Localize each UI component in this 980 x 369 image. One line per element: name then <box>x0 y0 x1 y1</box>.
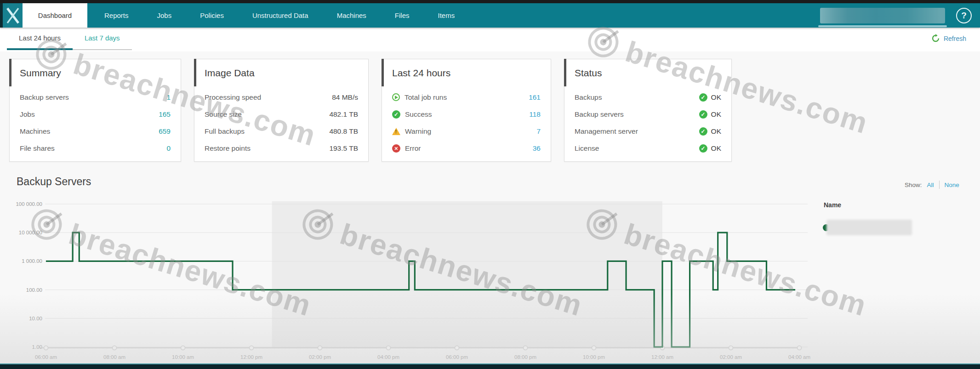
show-divider <box>939 181 940 189</box>
sub-toolbar: Last 24 hours Last 7 days Refresh <box>0 28 980 51</box>
nav-right: ? <box>820 3 972 28</box>
error-icon <box>392 144 400 153</box>
svg-text:1 000.00: 1 000.00 <box>22 258 42 264</box>
refresh-icon <box>931 34 940 43</box>
image-data-row-full-backups: Full backups 480.8 TB <box>205 123 358 140</box>
time-range-tabs: Last 24 hours Last 7 days <box>7 28 132 51</box>
image-data-row-restore-points: Restore points 193.5 TB <box>205 140 358 157</box>
backup-servers-count: 1 <box>166 93 171 102</box>
backup-servers-section-title: Backup Servers <box>17 176 91 188</box>
last24-row-error: Error 36 <box>392 140 541 157</box>
nav-tab-jobs[interactable]: Jobs <box>143 3 186 28</box>
refresh-button[interactable]: Refresh <box>931 34 966 43</box>
warning-icon <box>392 128 400 135</box>
status-value: OK <box>711 93 721 102</box>
status-value: OK <box>711 127 721 136</box>
help-button[interactable]: ? <box>956 8 972 23</box>
status-row-backup-servers: Backup servers OK <box>575 106 721 123</box>
summary-row-machines: Machines 659 <box>20 123 171 140</box>
success-icon <box>392 110 400 119</box>
legend-show-control: Show: All None <box>905 181 959 189</box>
svg-text:10.00: 10.00 <box>29 316 42 321</box>
dashboard-page: Dashboard Reports Jobs Policies Unstruct… <box>0 0 980 369</box>
image-data-card: Image Data Processing speed 84 MB/s Sour… <box>194 59 369 162</box>
status-card: Status Backups OK Backup servers OK Mana… <box>564 59 732 162</box>
tab-last-7-days[interactable]: Last 7 days <box>73 28 132 50</box>
legend-series-item[interactable] <box>823 220 912 235</box>
ok-icon <box>699 144 707 153</box>
card-title: Last 24 hours <box>382 59 551 79</box>
card-title: Status <box>564 59 731 79</box>
svg-text:10:00 am: 10:00 am <box>172 354 194 360</box>
svg-text:100.00: 100.00 <box>26 287 42 293</box>
processing-speed-value: 84 MB/s <box>332 93 358 102</box>
nav-tab-unstructured-data[interactable]: Unstructured Data <box>238 3 323 28</box>
series-name-blurred <box>826 220 912 235</box>
nav-tab-items[interactable]: Items <box>424 3 469 28</box>
last24-row-warning: Warning 7 <box>392 123 541 140</box>
last24-row-total-job-runs: Total job runs 161 <box>392 89 541 106</box>
status-value: OK <box>711 110 721 119</box>
veeam-x-logo-icon <box>5 6 21 25</box>
svg-text:10:00 pm: 10:00 pm <box>583 354 605 360</box>
svg-text:12:00 am: 12:00 am <box>651 354 673 360</box>
last-24-hours-card: Last 24 hours Total job runs 161 Success… <box>382 59 551 162</box>
tab-last-24-hours[interactable]: Last 24 hours <box>7 28 73 50</box>
play-icon <box>392 93 400 101</box>
app-logo[interactable] <box>3 3 23 28</box>
source-size-value: 482.1 TB <box>329 110 358 119</box>
svg-text:1.00: 1.00 <box>32 344 42 350</box>
status-value: OK <box>711 144 721 153</box>
chart-highlight-band <box>272 201 662 348</box>
svg-text:100 000.00: 100 000.00 <box>16 201 42 207</box>
nav-tab-policies[interactable]: Policies <box>186 3 238 28</box>
card-title: Image Data <box>194 59 368 79</box>
status-row-management-server: Management server OK <box>575 123 721 140</box>
last24-row-success: Success 118 <box>392 106 541 123</box>
full-backups-value: 480.8 TB <box>329 127 358 136</box>
legend-name-header: Name <box>824 201 841 209</box>
svg-text:12:00 pm: 12:00 pm <box>240 354 262 360</box>
svg-text:02:00 am: 02:00 am <box>720 354 742 360</box>
window-top-edge <box>0 0 980 3</box>
backup-servers-link[interactable]: Backup servers <box>575 110 624 119</box>
file-shares-count: 0 <box>166 144 171 153</box>
jobs-count: 165 <box>159 110 171 119</box>
image-data-row-processing-speed: Processing speed 84 MB/s <box>205 89 358 106</box>
show-none-link[interactable]: None <box>945 182 959 188</box>
total-job-runs-value: 161 <box>529 93 541 102</box>
help-icon: ? <box>961 11 967 21</box>
top-nav: Dashboard Reports Jobs Policies Unstruct… <box>0 0 980 28</box>
nav-tab-files[interactable]: Files <box>381 3 424 28</box>
nav-tab-dashboard[interactable]: Dashboard <box>23 3 87 28</box>
show-all-link[interactable]: All <box>927 182 934 188</box>
summary-cards-row: Summary Backup servers 1 Jobs 165 Machin… <box>9 59 732 162</box>
svg-text:06:00 am: 06:00 am <box>35 354 57 360</box>
svg-text:08:00 pm: 08:00 pm <box>514 354 536 360</box>
ok-icon <box>699 110 707 119</box>
svg-text:06:00 pm: 06:00 pm <box>446 354 468 360</box>
summary-card: Summary Backup servers 1 Jobs 165 Machin… <box>9 59 181 162</box>
user-account-blurred[interactable] <box>820 8 945 23</box>
warning-count: 7 <box>536 127 541 136</box>
svg-text:02:00 pm: 02:00 pm <box>309 354 331 360</box>
svg-text:08:00 am: 08:00 am <box>103 354 125 360</box>
restore-points-value: 193.5 TB <box>329 144 358 153</box>
summary-row-backup-servers: Backup servers 1 <box>20 89 171 106</box>
summary-row-jobs: Jobs 165 <box>20 106 171 123</box>
ok-icon <box>699 93 707 102</box>
ok-icon <box>699 127 707 136</box>
status-row-backups: Backups OK <box>575 89 721 106</box>
nav-tabs: Reports Jobs Policies Unstructured Data … <box>90 3 469 28</box>
status-row-license: License OK <box>575 140 721 157</box>
error-count: 36 <box>533 144 541 153</box>
machines-count: 659 <box>159 127 171 136</box>
summary-row-file-shares: File shares 0 <box>20 140 171 157</box>
nav-tab-reports[interactable]: Reports <box>90 3 143 28</box>
svg-text:10 000.00: 10 000.00 <box>19 230 42 235</box>
svg-text:04:00 am: 04:00 am <box>788 354 810 360</box>
svg-text:04:00 pm: 04:00 pm <box>377 354 399 360</box>
success-count: 118 <box>529 110 541 119</box>
bottom-edge-bar <box>0 363 980 369</box>
nav-tab-machines[interactable]: Machines <box>323 3 381 28</box>
